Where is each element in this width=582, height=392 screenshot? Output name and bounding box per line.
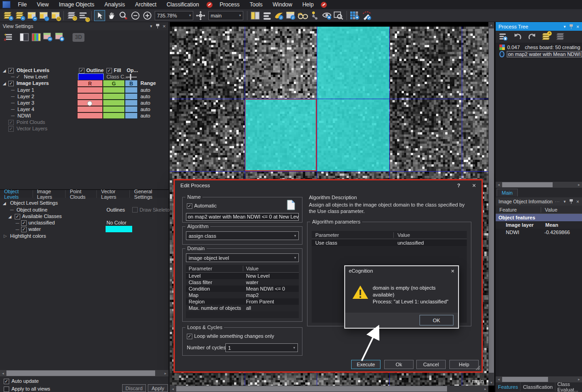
rgb-view-button[interactable] [31, 32, 42, 43]
menu-file[interactable]: File [13, 0, 32, 9]
view-settings-info-button[interactable]: i [274, 10, 285, 21]
horizontal-scrollbar[interactable]: ◄ ► [0, 370, 168, 376]
process-history-button[interactable]: ◷ [78, 10, 89, 21]
cursor-tool-button[interactable] [94, 10, 105, 21]
close-icon[interactable]: × [451, 268, 454, 274]
zoom-in-button[interactable] [142, 10, 153, 21]
tab-main[interactable]: Main [497, 189, 518, 196]
apply-all-views-checkbox[interactable] [4, 386, 9, 392]
layer3-r-cell[interactable] [77, 100, 103, 106]
water-object-tile[interactable] [317, 27, 389, 99]
save-scene-button[interactable]: ▪ [14, 10, 25, 21]
layer1-g-cell[interactable] [103, 87, 125, 93]
scroll-right-icon[interactable]: ► [576, 182, 582, 188]
column-g-header[interactable]: G [103, 80, 125, 87]
menu-classification[interactable]: Classification [162, 0, 204, 9]
tab-class-evaluation[interactable]: Class Evaluat... [555, 382, 582, 391]
section-row[interactable]: Object features [496, 214, 582, 221]
layer-label[interactable]: NDWI [17, 113, 31, 118]
layer-label[interactable]: Layer 2 [17, 94, 34, 99]
map-combo[interactable]: main ▾ [208, 11, 243, 20]
object-outline-label[interactable]: Object outline [17, 207, 47, 213]
export-window-button[interactable]: → [38, 10, 49, 21]
undo-button[interactable] [512, 31, 523, 42]
expand-icon[interactable]: ◢ [8, 214, 13, 219]
menu-process[interactable]: Process [215, 0, 245, 9]
tab-vector-layers[interactable]: Vector Layers [97, 190, 130, 198]
record-icon[interactable] [207, 2, 213, 8]
ndwi-g-cell[interactable] [103, 112, 125, 119]
viewer-vertical-scrollbar[interactable]: ▲ ▼ [488, 22, 494, 386]
remove-layer-button[interactable] [43, 32, 54, 43]
feature-column-header[interactable]: Feature [496, 207, 541, 213]
zoom-area-button[interactable] [118, 10, 129, 21]
pan-tool-button[interactable] [106, 10, 117, 21]
pin-icon[interactable] [570, 199, 573, 204]
expand-icon[interactable]: ◢ [3, 201, 7, 206]
value-column-header[interactable]: Value [541, 207, 557, 213]
domain-row[interactable]: RegionFrom Parent [186, 298, 299, 305]
cancel-button[interactable]: Cancel [416, 360, 446, 369]
ndwi-r-cell[interactable] [77, 112, 103, 119]
alert-titlebar[interactable]: eCognition × [345, 266, 458, 275]
menu-tools[interactable]: Tools [245, 0, 268, 9]
ok-button[interactable]: Ok [384, 360, 414, 369]
dialog-titlebar[interactable]: Edit Process ? × [175, 180, 481, 190]
stack-disabled-button[interactable] [555, 31, 566, 42]
layer-label[interactable]: Layer 3 [17, 100, 34, 106]
close-icon[interactable]: × [576, 24, 579, 29]
new-window-button[interactable]: + [26, 10, 37, 21]
water-color-swatch[interactable] [106, 226, 132, 232]
collapsed-icon[interactable]: ▷ [4, 234, 8, 238]
measure-button[interactable] [361, 10, 372, 21]
domain-row[interactable]: Max. number of objectsall [186, 305, 299, 311]
menu-image-objects[interactable]: Image Objects [54, 0, 99, 9]
manage-data-button[interactable] [349, 10, 360, 21]
cycles-select[interactable]: 1 ▾ [225, 343, 298, 352]
image-layers-checkbox[interactable]: ✓ [8, 81, 14, 86]
close-icon[interactable]: × [472, 182, 476, 189]
chevron-down-icon[interactable]: ▾ [150, 24, 152, 28]
pin-icon[interactable] [156, 24, 159, 28]
opacity-slider[interactable] [126, 77, 137, 78]
resize-grip[interactable] [475, 365, 481, 370]
scroll-right-icon[interactable]: ► [162, 370, 168, 376]
scroll-left-icon[interactable]: ◄ [496, 182, 502, 188]
workspace-history-button[interactable]: ◷ [66, 10, 77, 21]
layer1-b-cell[interactable] [125, 87, 138, 93]
water-object-tile[interactable] [317, 99, 389, 171]
subheader-row[interactable]: Image layer Mean [496, 221, 582, 229]
expand-icon[interactable]: ◢ [3, 68, 7, 73]
ndwi-b-cell[interactable] [125, 112, 138, 119]
feature-tree-button[interactable] [309, 10, 320, 21]
outline-checkbox[interactable]: ✓ [79, 68, 84, 73]
create-scene-button[interactable]: + [2, 10, 13, 21]
layer-label[interactable]: Layer 4 [17, 106, 34, 112]
close-icon[interactable]: × [163, 23, 166, 29]
tab-object-levels[interactable]: Object Levels [0, 190, 33, 198]
process-name-input[interactable]: on map2 water with Mean NDWI <= 0 at New… [186, 213, 299, 221]
tab-general-settings[interactable]: General Settings [130, 190, 168, 198]
pin-icon[interactable] [570, 24, 573, 29]
record-icon-2[interactable] [321, 2, 327, 8]
chevron-down-icon[interactable]: ▾ [564, 199, 566, 204]
copy-window-button[interactable]: ▤ [50, 10, 61, 21]
process-lock-button[interactable] [498, 31, 509, 42]
edit-levels-button[interactable]: +x [2, 32, 13, 43]
scroll-right-icon[interactable]: ► [482, 386, 488, 392]
find-preview-button[interactable] [333, 10, 344, 21]
zoom-level-combo[interactable]: 735.78% ▾ [155, 11, 193, 20]
menu-view[interactable]: View [32, 0, 54, 9]
automatic-checkbox[interactable]: ✓ [187, 203, 192, 209]
viewer-horizontal-scrollbar[interactable]: ◄ ► [170, 386, 488, 392]
split-view-button[interactable] [250, 10, 261, 21]
layer2-g-cell[interactable] [103, 93, 125, 100]
redo-button[interactable] [526, 31, 537, 42]
3d-toggle-button[interactable]: 3D [73, 33, 84, 42]
selected-water-object-tile[interactable] [245, 99, 317, 171]
view-list-button[interactable] [262, 10, 273, 21]
run-stack-button[interactable]: + [541, 31, 552, 42]
eye-settings-button[interactable] [321, 10, 332, 21]
no-color-label[interactable]: No Color [106, 220, 126, 225]
scroll-thumb[interactable] [489, 28, 494, 373]
